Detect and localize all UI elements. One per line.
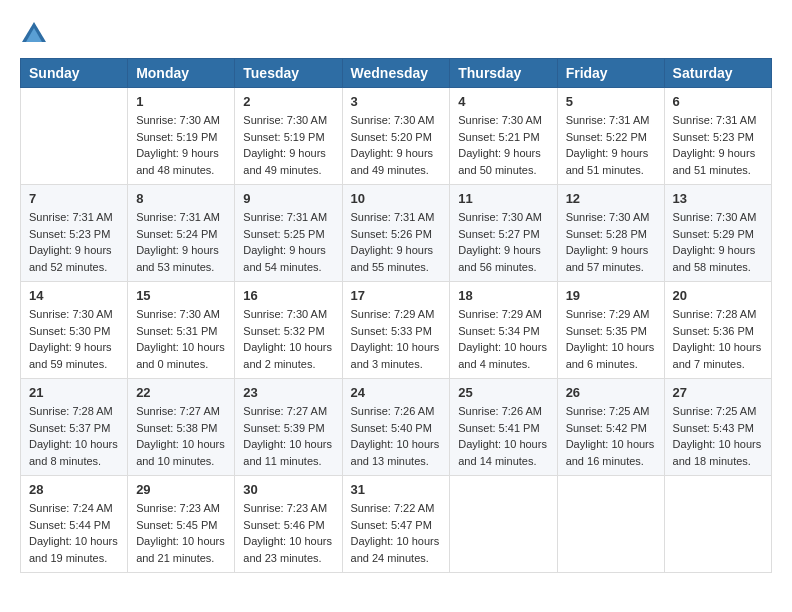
daylight-text: Daylight: 9 hours and 53 minutes.: [136, 244, 219, 273]
sunset-text: Sunset: 5:37 PM: [29, 422, 110, 434]
sunset-text: Sunset: 5:42 PM: [566, 422, 647, 434]
calendar-week-row: 21 Sunrise: 7:28 AM Sunset: 5:37 PM Dayl…: [21, 379, 772, 476]
day-info: Sunrise: 7:30 AM Sunset: 5:21 PM Dayligh…: [458, 112, 548, 178]
daylight-text: Daylight: 10 hours and 14 minutes.: [458, 438, 547, 467]
daylight-text: Daylight: 9 hours and 57 minutes.: [566, 244, 649, 273]
daylight-text: Daylight: 10 hours and 16 minutes.: [566, 438, 655, 467]
sunrise-text: Sunrise: 7:29 AM: [566, 308, 650, 320]
day-info: Sunrise: 7:31 AM Sunset: 5:23 PM Dayligh…: [673, 112, 763, 178]
day-info: Sunrise: 7:26 AM Sunset: 5:40 PM Dayligh…: [351, 403, 442, 469]
calendar-cell: 25 Sunrise: 7:26 AM Sunset: 5:41 PM Dayl…: [450, 379, 557, 476]
daylight-text: Daylight: 9 hours and 55 minutes.: [351, 244, 434, 273]
sunset-text: Sunset: 5:21 PM: [458, 131, 539, 143]
day-info: Sunrise: 7:25 AM Sunset: 5:43 PM Dayligh…: [673, 403, 763, 469]
calendar-cell: 8 Sunrise: 7:31 AM Sunset: 5:24 PM Dayli…: [128, 185, 235, 282]
daylight-text: Daylight: 9 hours and 49 minutes.: [243, 147, 326, 176]
sunrise-text: Sunrise: 7:30 AM: [566, 211, 650, 223]
weekday-header: Tuesday: [235, 59, 342, 88]
sunrise-text: Sunrise: 7:25 AM: [673, 405, 757, 417]
weekday-header: Thursday: [450, 59, 557, 88]
sunrise-text: Sunrise: 7:26 AM: [458, 405, 542, 417]
calendar-week-row: 28 Sunrise: 7:24 AM Sunset: 5:44 PM Dayl…: [21, 476, 772, 573]
calendar-cell: 6 Sunrise: 7:31 AM Sunset: 5:23 PM Dayli…: [664, 88, 771, 185]
daylight-text: Daylight: 9 hours and 59 minutes.: [29, 341, 112, 370]
day-info: Sunrise: 7:23 AM Sunset: 5:46 PM Dayligh…: [243, 500, 333, 566]
day-number: 8: [136, 191, 226, 206]
day-number: 7: [29, 191, 119, 206]
sunrise-text: Sunrise: 7:30 AM: [673, 211, 757, 223]
day-info: Sunrise: 7:29 AM Sunset: 5:35 PM Dayligh…: [566, 306, 656, 372]
day-number: 20: [673, 288, 763, 303]
calendar-cell: 2 Sunrise: 7:30 AM Sunset: 5:19 PM Dayli…: [235, 88, 342, 185]
day-info: Sunrise: 7:30 AM Sunset: 5:29 PM Dayligh…: [673, 209, 763, 275]
calendar-cell: 26 Sunrise: 7:25 AM Sunset: 5:42 PM Dayl…: [557, 379, 664, 476]
calendar-cell: 29 Sunrise: 7:23 AM Sunset: 5:45 PM Dayl…: [128, 476, 235, 573]
weekday-header: Wednesday: [342, 59, 450, 88]
sunrise-text: Sunrise: 7:30 AM: [136, 308, 220, 320]
calendar-cell: 28 Sunrise: 7:24 AM Sunset: 5:44 PM Dayl…: [21, 476, 128, 573]
daylight-text: Daylight: 10 hours and 18 minutes.: [673, 438, 762, 467]
day-info: Sunrise: 7:22 AM Sunset: 5:47 PM Dayligh…: [351, 500, 442, 566]
daylight-text: Daylight: 10 hours and 4 minutes.: [458, 341, 547, 370]
calendar-cell: 11 Sunrise: 7:30 AM Sunset: 5:27 PM Dayl…: [450, 185, 557, 282]
sunrise-text: Sunrise: 7:30 AM: [29, 308, 113, 320]
daylight-text: Daylight: 9 hours and 56 minutes.: [458, 244, 541, 273]
sunrise-text: Sunrise: 7:23 AM: [136, 502, 220, 514]
day-number: 5: [566, 94, 656, 109]
daylight-text: Daylight: 9 hours and 49 minutes.: [351, 147, 434, 176]
sunset-text: Sunset: 5:30 PM: [29, 325, 110, 337]
day-number: 24: [351, 385, 442, 400]
calendar-cell: 18 Sunrise: 7:29 AM Sunset: 5:34 PM Dayl…: [450, 282, 557, 379]
sunrise-text: Sunrise: 7:30 AM: [243, 308, 327, 320]
calendar-cell: 21 Sunrise: 7:28 AM Sunset: 5:37 PM Dayl…: [21, 379, 128, 476]
day-info: Sunrise: 7:23 AM Sunset: 5:45 PM Dayligh…: [136, 500, 226, 566]
logo-icon: [20, 20, 48, 48]
daylight-text: Daylight: 9 hours and 54 minutes.: [243, 244, 326, 273]
calendar-week-row: 1 Sunrise: 7:30 AM Sunset: 5:19 PM Dayli…: [21, 88, 772, 185]
day-number: 21: [29, 385, 119, 400]
calendar-cell: [664, 476, 771, 573]
calendar-week-row: 7 Sunrise: 7:31 AM Sunset: 5:23 PM Dayli…: [21, 185, 772, 282]
calendar-cell: 31 Sunrise: 7:22 AM Sunset: 5:47 PM Dayl…: [342, 476, 450, 573]
calendar-cell: 1 Sunrise: 7:30 AM Sunset: 5:19 PM Dayli…: [128, 88, 235, 185]
calendar-cell: 10 Sunrise: 7:31 AM Sunset: 5:26 PM Dayl…: [342, 185, 450, 282]
calendar-cell: 22 Sunrise: 7:27 AM Sunset: 5:38 PM Dayl…: [128, 379, 235, 476]
logo: [20, 20, 52, 48]
day-info: Sunrise: 7:30 AM Sunset: 5:20 PM Dayligh…: [351, 112, 442, 178]
day-info: Sunrise: 7:28 AM Sunset: 5:36 PM Dayligh…: [673, 306, 763, 372]
calendar-cell: 19 Sunrise: 7:29 AM Sunset: 5:35 PM Dayl…: [557, 282, 664, 379]
sunset-text: Sunset: 5:28 PM: [566, 228, 647, 240]
calendar-cell: [557, 476, 664, 573]
calendar-cell: 15 Sunrise: 7:30 AM Sunset: 5:31 PM Dayl…: [128, 282, 235, 379]
day-number: 16: [243, 288, 333, 303]
sunset-text: Sunset: 5:41 PM: [458, 422, 539, 434]
sunrise-text: Sunrise: 7:31 AM: [243, 211, 327, 223]
sunrise-text: Sunrise: 7:29 AM: [351, 308, 435, 320]
daylight-text: Daylight: 10 hours and 10 minutes.: [136, 438, 225, 467]
day-number: 25: [458, 385, 548, 400]
day-number: 23: [243, 385, 333, 400]
daylight-text: Daylight: 10 hours and 8 minutes.: [29, 438, 118, 467]
calendar-cell: 16 Sunrise: 7:30 AM Sunset: 5:32 PM Dayl…: [235, 282, 342, 379]
day-number: 4: [458, 94, 548, 109]
calendar-cell: 12 Sunrise: 7:30 AM Sunset: 5:28 PM Dayl…: [557, 185, 664, 282]
day-number: 26: [566, 385, 656, 400]
sunrise-text: Sunrise: 7:31 AM: [136, 211, 220, 223]
sunrise-text: Sunrise: 7:31 AM: [566, 114, 650, 126]
sunset-text: Sunset: 5:31 PM: [136, 325, 217, 337]
sunrise-text: Sunrise: 7:27 AM: [243, 405, 327, 417]
day-number: 14: [29, 288, 119, 303]
weekday-header: Monday: [128, 59, 235, 88]
sunrise-text: Sunrise: 7:30 AM: [243, 114, 327, 126]
day-number: 6: [673, 94, 763, 109]
sunset-text: Sunset: 5:35 PM: [566, 325, 647, 337]
day-info: Sunrise: 7:30 AM Sunset: 5:30 PM Dayligh…: [29, 306, 119, 372]
day-info: Sunrise: 7:24 AM Sunset: 5:44 PM Dayligh…: [29, 500, 119, 566]
day-info: Sunrise: 7:31 AM Sunset: 5:23 PM Dayligh…: [29, 209, 119, 275]
calendar-cell: 30 Sunrise: 7:23 AM Sunset: 5:46 PM Dayl…: [235, 476, 342, 573]
sunrise-text: Sunrise: 7:24 AM: [29, 502, 113, 514]
day-number: 9: [243, 191, 333, 206]
sunrise-text: Sunrise: 7:23 AM: [243, 502, 327, 514]
day-number: 3: [351, 94, 442, 109]
day-number: 11: [458, 191, 548, 206]
